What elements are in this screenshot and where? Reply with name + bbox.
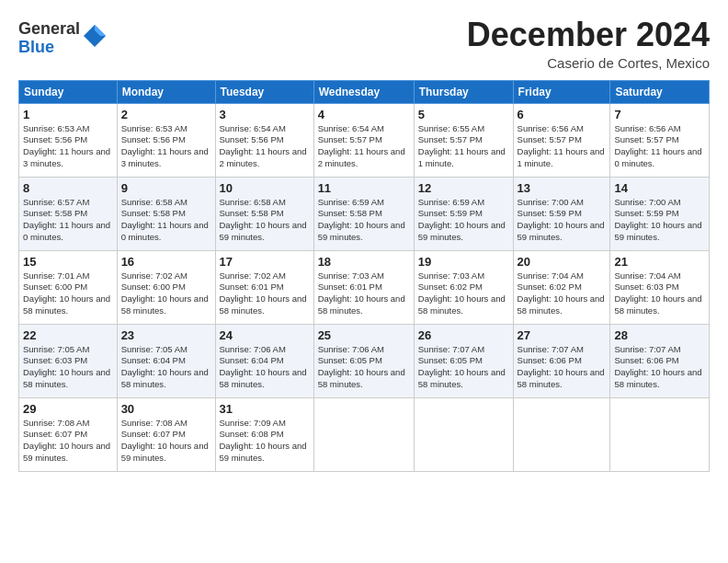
day-info: Sunrise: 7:06 AMSunset: 6:04 PMDaylight:… [220, 344, 307, 389]
day-info: Sunrise: 7:00 AMSunset: 5:59 PMDaylight:… [614, 197, 701, 242]
day-info: Sunrise: 7:07 AMSunset: 6:05 PMDaylight:… [418, 344, 506, 389]
col-friday: Friday [513, 80, 610, 103]
day-info: Sunrise: 6:54 AMSunset: 5:56 PMDaylight:… [220, 123, 307, 168]
day-number: 30 [121, 402, 211, 416]
day-info: Sunrise: 6:53 AMSunset: 5:56 PMDaylight:… [23, 123, 110, 168]
table-row: 3 Sunrise: 6:54 AMSunset: 5:56 PMDayligh… [215, 103, 313, 177]
table-row: 27 Sunrise: 7:07 AMSunset: 6:06 PMDaylig… [513, 324, 610, 397]
logo-general: General [18, 20, 80, 39]
day-info: Sunrise: 7:08 AMSunset: 6:07 PMDaylight:… [121, 418, 209, 463]
day-number: 2 [121, 108, 211, 121]
table-row: 8 Sunrise: 6:57 AMSunset: 5:58 PMDayligh… [19, 177, 118, 250]
calendar-header-row: Sunday Monday Tuesday Wednesday Thursday… [19, 80, 710, 103]
table-row: 29 Sunrise: 7:08 AMSunset: 6:07 PMDaylig… [19, 397, 118, 471]
day-number: 23 [121, 328, 211, 342]
day-info: Sunrise: 7:07 AMSunset: 6:06 PMDaylight:… [614, 344, 701, 389]
day-info: Sunrise: 7:04 AMSunset: 6:03 PMDaylight:… [614, 270, 701, 316]
title-block: December 2024 Caserio de Cortes, Mexico [467, 17, 710, 71]
table-row [414, 397, 513, 471]
day-number: 26 [418, 328, 509, 342]
table-row: 13 Sunrise: 7:00 AMSunset: 5:59 PMDaylig… [513, 177, 610, 250]
header: General Blue December 2024 Caserio de Co… [18, 17, 710, 71]
table-row: 17 Sunrise: 7:02 AMSunset: 6:01 PMDaylig… [215, 250, 313, 324]
day-number: 8 [23, 181, 113, 195]
table-row: 23 Sunrise: 7:05 AMSunset: 6:04 PMDaylig… [117, 324, 215, 397]
day-number: 28 [614, 328, 705, 342]
day-number: 19 [418, 255, 509, 269]
day-number: 3 [220, 108, 310, 121]
table-row: 18 Sunrise: 7:03 AMSunset: 6:01 PMDaylig… [313, 250, 414, 324]
table-row: 10 Sunrise: 6:58 AMSunset: 5:58 PMDaylig… [215, 177, 313, 250]
table-row: 11 Sunrise: 6:59 AMSunset: 5:58 PMDaylig… [313, 177, 414, 250]
day-info: Sunrise: 7:09 AMSunset: 6:08 PMDaylight:… [220, 418, 307, 463]
logo: General Blue [18, 20, 108, 57]
table-row: 22 Sunrise: 7:05 AMSunset: 6:03 PMDaylig… [19, 324, 118, 397]
table-row: 9 Sunrise: 6:58 AMSunset: 5:58 PMDayligh… [117, 177, 215, 250]
day-info: Sunrise: 6:58 AMSunset: 5:58 PMDaylight:… [121, 197, 209, 242]
day-number: 22 [23, 328, 113, 342]
day-number: 18 [318, 255, 410, 269]
day-info: Sunrise: 6:54 AMSunset: 5:57 PMDaylight:… [318, 123, 405, 168]
table-row: 5 Sunrise: 6:55 AMSunset: 5:57 PMDayligh… [414, 103, 513, 177]
day-number: 20 [518, 255, 607, 269]
table-row: 12 Sunrise: 6:59 AMSunset: 5:59 PMDaylig… [414, 177, 513, 250]
day-info: Sunrise: 7:00 AMSunset: 5:59 PMDaylight:… [518, 197, 605, 242]
page: General Blue December 2024 Caserio de Co… [0, 0, 728, 483]
calendar-week-row: 15 Sunrise: 7:01 AMSunset: 6:00 PMDaylig… [19, 250, 710, 324]
table-row [513, 397, 610, 471]
day-number: 11 [318, 181, 410, 195]
table-row: 2 Sunrise: 6:53 AMSunset: 5:56 PMDayligh… [117, 103, 215, 177]
day-number: 10 [220, 181, 310, 195]
day-info: Sunrise: 6:55 AMSunset: 5:57 PMDaylight:… [418, 123, 506, 168]
table-row: 20 Sunrise: 7:04 AMSunset: 6:02 PMDaylig… [513, 250, 610, 324]
day-info: Sunrise: 7:03 AMSunset: 6:01 PMDaylight:… [318, 270, 405, 316]
day-info: Sunrise: 7:08 AMSunset: 6:07 PMDaylight:… [23, 418, 110, 463]
table-row: 21 Sunrise: 7:04 AMSunset: 6:03 PMDaylig… [610, 250, 710, 324]
table-row: 25 Sunrise: 7:06 AMSunset: 6:05 PMDaylig… [313, 324, 414, 397]
col-saturday: Saturday [610, 80, 710, 103]
col-monday: Monday [117, 80, 215, 103]
table-row: 30 Sunrise: 7:08 AMSunset: 6:07 PMDaylig… [117, 397, 215, 471]
month-title: December 2024 [467, 17, 710, 53]
day-info: Sunrise: 6:59 AMSunset: 5:58 PMDaylight:… [318, 197, 405, 242]
day-info: Sunrise: 6:56 AMSunset: 5:57 PMDaylight:… [614, 123, 701, 168]
day-info: Sunrise: 7:01 AMSunset: 6:00 PMDaylight:… [23, 270, 110, 316]
table-row [610, 397, 710, 471]
day-number: 15 [23, 255, 113, 269]
day-info: Sunrise: 7:07 AMSunset: 6:06 PMDaylight:… [518, 344, 605, 389]
table-row: 28 Sunrise: 7:07 AMSunset: 6:06 PMDaylig… [610, 324, 710, 397]
day-info: Sunrise: 6:59 AMSunset: 5:59 PMDaylight:… [418, 197, 506, 242]
table-row [313, 397, 414, 471]
location: Caserio de Cortes, Mexico [467, 55, 710, 71]
day-number: 17 [220, 255, 310, 269]
day-number: 4 [318, 108, 410, 121]
day-number: 7 [614, 108, 705, 121]
logo-icon [82, 23, 108, 49]
col-tuesday: Tuesday [215, 80, 313, 103]
col-thursday: Thursday [414, 80, 513, 103]
table-row: 26 Sunrise: 7:07 AMSunset: 6:05 PMDaylig… [414, 324, 513, 397]
table-row: 19 Sunrise: 7:03 AMSunset: 6:02 PMDaylig… [414, 250, 513, 324]
day-info: Sunrise: 6:56 AMSunset: 5:57 PMDaylight:… [518, 123, 605, 168]
day-number: 13 [518, 181, 607, 195]
day-number: 25 [318, 328, 410, 342]
day-number: 1 [23, 108, 113, 121]
day-number: 21 [614, 255, 705, 269]
day-number: 12 [418, 181, 509, 195]
day-info: Sunrise: 6:58 AMSunset: 5:58 PMDaylight:… [220, 197, 307, 242]
day-info: Sunrise: 6:53 AMSunset: 5:56 PMDaylight:… [121, 123, 209, 168]
table-row: 15 Sunrise: 7:01 AMSunset: 6:00 PMDaylig… [19, 250, 118, 324]
day-number: 9 [121, 181, 211, 195]
calendar-week-row: 22 Sunrise: 7:05 AMSunset: 6:03 PMDaylig… [19, 324, 710, 397]
logo-blue: Blue [18, 39, 80, 57]
day-info: Sunrise: 7:05 AMSunset: 6:03 PMDaylight:… [23, 344, 110, 389]
day-info: Sunrise: 7:04 AMSunset: 6:02 PMDaylight:… [518, 270, 605, 316]
day-info: Sunrise: 7:02 AMSunset: 6:01 PMDaylight:… [220, 270, 307, 316]
day-number: 6 [518, 108, 607, 121]
day-number: 5 [418, 108, 509, 121]
table-row: 31 Sunrise: 7:09 AMSunset: 6:08 PMDaylig… [215, 397, 313, 471]
day-number: 24 [220, 328, 310, 342]
day-number: 14 [614, 181, 705, 195]
day-number: 16 [121, 255, 211, 269]
table-row: 7 Sunrise: 6:56 AMSunset: 5:57 PMDayligh… [610, 103, 710, 177]
